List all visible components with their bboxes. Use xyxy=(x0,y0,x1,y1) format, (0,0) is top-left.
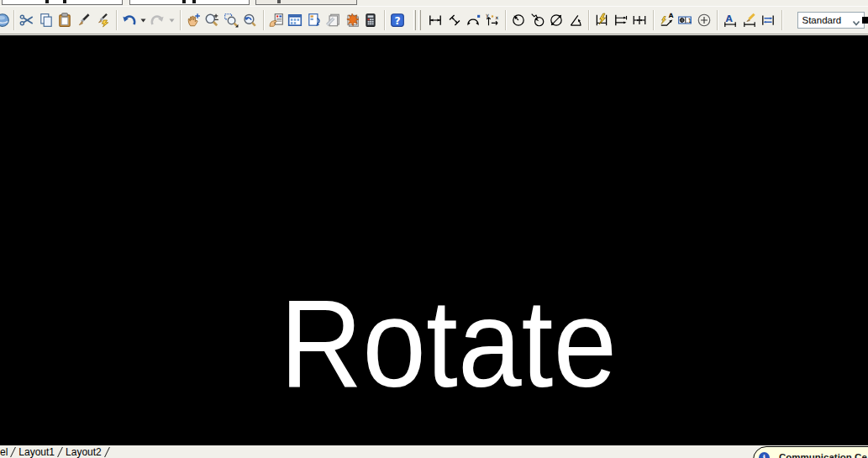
communication-center-balloon[interactable]: i Communication Ce xyxy=(753,446,868,458)
publish-button[interactable] xyxy=(0,8,10,32)
properties-palette-icon xyxy=(269,13,284,28)
dim-angular-button[interactable] xyxy=(566,8,586,32)
caret-down-icon xyxy=(140,18,146,23)
zoom-window-icon xyxy=(224,13,239,28)
quick-leader-button[interactable]: A xyxy=(657,8,676,32)
dim-arc-icon xyxy=(466,13,481,28)
dim-arc-length-button[interactable] xyxy=(464,8,483,32)
zoom-previous-button[interactable] xyxy=(240,8,260,32)
undo-button[interactable] xyxy=(120,8,139,32)
sheet-set-manager-button[interactable] xyxy=(324,8,343,32)
tool-palettes-button[interactable] xyxy=(305,8,324,32)
svg-text:.1: .1 xyxy=(687,18,692,24)
paintbrush-lightning-icon xyxy=(95,13,110,28)
dim-style-combobox[interactable]: Standard xyxy=(797,12,865,29)
dim-radius-icon xyxy=(511,13,526,28)
dim-edit-button[interactable]: A xyxy=(721,8,740,32)
zoom-realtime-button[interactable] xyxy=(203,8,222,32)
toolbar-separator xyxy=(116,10,117,30)
dim-update-icon xyxy=(760,13,776,28)
toolbar-dock: ?yxA.1AStandard xyxy=(0,6,868,34)
clipped-icon-mark xyxy=(192,0,196,3)
quick-dimension-button[interactable] xyxy=(592,8,612,32)
redo-dropdown-button[interactable] xyxy=(167,8,176,32)
tolerance-icon: .1 xyxy=(677,13,692,28)
toolbar-separator xyxy=(13,10,14,30)
toolbar-grip[interactable] xyxy=(413,10,423,30)
quickcalc-button[interactable] xyxy=(361,8,381,32)
clipped-icon-mark xyxy=(63,0,66,3)
toolbar-separator xyxy=(717,10,718,30)
tab-separator xyxy=(57,447,63,457)
match-properties-button[interactable] xyxy=(75,8,94,32)
zoom-plus-minus-icon xyxy=(204,13,219,28)
dim-radius-button[interactable] xyxy=(509,8,529,32)
clipped-toolbar-icon xyxy=(862,17,868,24)
leader-icon: A xyxy=(659,13,674,28)
clipped-combobox-1[interactable] xyxy=(2,0,123,5)
edit-properties-button[interactable] xyxy=(93,8,113,32)
dim-linear-icon xyxy=(428,13,443,28)
pan-realtime-button[interactable] xyxy=(184,8,203,32)
tab-separator xyxy=(10,447,16,457)
center-mark-button[interactable] xyxy=(695,8,714,32)
caret-down-icon xyxy=(169,18,175,23)
cut-button[interactable] xyxy=(18,8,37,32)
copy-pages-icon xyxy=(39,13,54,28)
zoom-window-button[interactable] xyxy=(222,8,241,32)
scissors-icon xyxy=(19,13,34,28)
tool-palettes-icon xyxy=(307,13,322,28)
calculator-icon xyxy=(363,13,378,28)
redo-button[interactable] xyxy=(148,8,167,32)
designcenter-icon xyxy=(287,13,302,28)
dim-aligned-button[interactable] xyxy=(445,8,465,32)
clipped-icon-mark xyxy=(45,0,49,3)
toolbar-separator xyxy=(384,10,385,30)
dim-text-edit-button[interactable] xyxy=(740,8,760,32)
layout-tab-el[interactable]: el xyxy=(0,446,8,458)
layout-tab-layout2[interactable]: Layout2 xyxy=(66,446,102,458)
dim-text-edit-icon xyxy=(742,13,757,28)
dim-update-button[interactable] xyxy=(759,8,778,32)
clipped-combobox-2[interactable] xyxy=(129,0,250,5)
toolbar-separator xyxy=(653,10,654,30)
canvas-rotate-text: Rotate xyxy=(280,282,617,406)
redo-arrow-icon xyxy=(150,13,165,28)
toolbar-separator xyxy=(263,10,264,30)
help-button[interactable]: ? xyxy=(388,8,408,32)
undo-dropdown-button[interactable] xyxy=(139,8,148,32)
dim-linear-button[interactable] xyxy=(426,8,445,32)
dim-baseline-button[interactable] xyxy=(612,8,631,32)
dim-diameter-icon xyxy=(549,13,564,28)
layout-tab-layout1[interactable]: Layout1 xyxy=(18,446,55,458)
undo-arrow-icon xyxy=(122,13,137,28)
dim-angular-icon xyxy=(568,13,583,28)
dim-ordinate-button[interactable]: yx xyxy=(483,8,502,32)
drawing-canvas[interactable]: Rotate xyxy=(0,35,868,445)
markup-set-manager-button[interactable] xyxy=(343,8,362,32)
dim-jogged-button[interactable] xyxy=(529,8,548,32)
grip-ridge xyxy=(413,10,416,30)
svg-text:?: ? xyxy=(394,15,400,27)
center-mark-icon xyxy=(697,13,712,28)
clipped-icon-mark xyxy=(277,0,281,3)
paste-button[interactable] xyxy=(55,8,75,32)
svg-text:y: y xyxy=(486,13,489,18)
toolbar-separator xyxy=(781,10,782,30)
designcenter-button[interactable] xyxy=(286,8,305,32)
clipped-combobox-3[interactable] xyxy=(255,0,357,5)
svg-text:A: A xyxy=(726,13,734,24)
chevron-down-icon xyxy=(852,18,860,28)
copy-button[interactable] xyxy=(37,8,56,32)
grip-ridge xyxy=(418,10,421,30)
help-icon: ? xyxy=(390,13,405,28)
dim-quick-icon xyxy=(594,13,609,28)
dim-aligned-icon xyxy=(447,13,462,28)
properties-button[interactable] xyxy=(267,8,287,32)
pan-hand-icon xyxy=(186,13,201,28)
globe-icon xyxy=(0,13,10,28)
dim-continue-button[interactable] xyxy=(630,8,650,32)
dim-diameter-button[interactable] xyxy=(547,8,566,32)
layout-tab-bar: elLayout1Layout2 xyxy=(0,445,868,458)
tolerance-button[interactable]: .1 xyxy=(676,8,695,32)
